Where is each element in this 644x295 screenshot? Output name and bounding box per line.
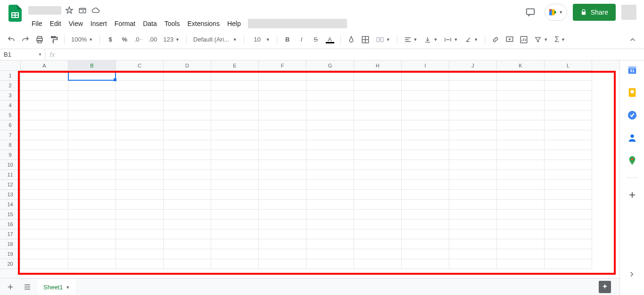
cell-F10[interactable] [259,160,306,170]
cell-L18[interactable] [545,239,592,249]
account-avatar[interactable] [621,5,636,20]
cell-C12[interactable] [116,180,164,190]
cell-C5[interactable] [116,110,164,120]
cell-L12[interactable] [545,180,592,190]
cell-A6[interactable] [21,120,68,130]
cell-B7[interactable] [68,130,116,140]
cell-J19[interactable] [449,249,497,259]
cell-J18[interactable] [449,239,497,249]
cell-L15[interactable] [545,210,592,219]
cell-J10[interactable] [449,160,497,170]
cell-C20[interactable] [116,259,164,269]
cell-I13[interactable] [402,190,449,200]
cell-K12[interactable] [497,180,545,190]
sheet-tab-active[interactable]: Sheet1▼ [38,279,75,295]
cell-F13[interactable] [259,190,306,200]
cell-C9[interactable] [116,150,164,160]
cell-F14[interactable] [259,200,306,210]
cell-E4[interactable] [211,101,259,110]
cell-F17[interactable] [259,229,306,239]
cell-L20[interactable] [545,259,592,269]
column-header-I[interactable]: I [402,60,449,71]
cell-B18[interactable] [68,239,116,249]
cell-F1[interactable] [259,71,306,81]
horizontal-align-dropdown[interactable]: ▼ [401,33,421,46]
cell-H19[interactable] [354,249,402,259]
cell-A13[interactable] [21,190,68,200]
cell-J17[interactable] [449,229,497,239]
row-header-11[interactable]: 11 [0,170,21,180]
row-header-14[interactable]: 14 [0,200,21,210]
cell-K10[interactable] [497,160,545,170]
cell-L8[interactable] [545,140,592,150]
cell-I19[interactable] [402,249,449,259]
row-header-5[interactable]: 5 [0,110,21,120]
cell-D16[interactable] [164,219,211,229]
filter-dropdown[interactable]: ▼ [531,33,551,46]
all-sheets-button[interactable] [21,280,34,294]
cell-H8[interactable] [354,140,402,150]
column-header-B[interactable]: B [68,60,116,71]
fill-color-button[interactable] [345,33,358,46]
cell-D2[interactable] [164,81,211,91]
cell-A4[interactable] [21,101,68,110]
explore-button[interactable] [599,281,611,293]
cell-B17[interactable] [68,229,116,239]
cell-K19[interactable] [497,249,545,259]
merge-cells-dropdown[interactable]: ▼ [373,33,393,46]
cell-I14[interactable] [402,200,449,210]
cell-I5[interactable] [402,110,449,120]
cell-G18[interactable] [306,239,354,249]
cell-L2[interactable] [545,81,592,91]
paint-format-button[interactable] [47,33,60,46]
cell-K3[interactable] [497,91,545,101]
cell-I15[interactable] [402,210,449,219]
cell-B15[interactable] [68,210,116,219]
cell-K11[interactable] [497,170,545,180]
percent-button[interactable]: % [118,33,131,46]
cell-C2[interactable] [116,81,164,91]
cell-E7[interactable] [211,130,259,140]
cell-A17[interactable] [21,229,68,239]
cell-J13[interactable] [449,190,497,200]
column-header-J[interactable]: J [449,60,497,71]
cell-E12[interactable] [211,180,259,190]
sheets-logo[interactable] [6,4,25,23]
cell-C1[interactable] [116,71,164,81]
row-header-12[interactable]: 12 [0,180,21,190]
cell-K15[interactable] [497,210,545,219]
add-sheet-button[interactable] [4,280,17,294]
menu-edit[interactable]: Edit [47,18,65,29]
cell-K16[interactable] [497,219,545,229]
cell-B5[interactable] [68,110,116,120]
cell-J8[interactable] [449,140,497,150]
menu-view[interactable]: View [66,18,86,29]
cell-A20[interactable] [21,259,68,269]
cell-G3[interactable] [306,91,354,101]
cell-E18[interactable] [211,239,259,249]
get-addons-icon[interactable] [627,189,638,201]
keep-icon[interactable] [627,87,638,98]
cell-B20[interactable] [68,259,116,269]
currency-button[interactable]: $ [104,33,117,46]
cell-C6[interactable] [116,120,164,130]
cell-B2[interactable] [68,81,116,91]
cell-B11[interactable] [68,170,116,180]
cell-L5[interactable] [545,110,592,120]
cell-D1[interactable] [164,71,211,81]
column-header-C[interactable]: C [116,60,164,71]
meet-button[interactable]: ▼ [545,4,567,21]
cell-G7[interactable] [306,130,354,140]
redo-button[interactable] [19,33,32,46]
cell-K20[interactable] [497,259,545,269]
cell-E8[interactable] [211,140,259,150]
name-box[interactable]: B1▼ [0,49,45,60]
cell-F6[interactable] [259,120,306,130]
cell-L14[interactable] [545,200,592,210]
cell-F16[interactable] [259,219,306,229]
cell-K8[interactable] [497,140,545,150]
document-title[interactable] [28,6,61,15]
cell-F19[interactable] [259,249,306,259]
cell-I3[interactable] [402,91,449,101]
row-header-13[interactable]: 13 [0,190,21,200]
